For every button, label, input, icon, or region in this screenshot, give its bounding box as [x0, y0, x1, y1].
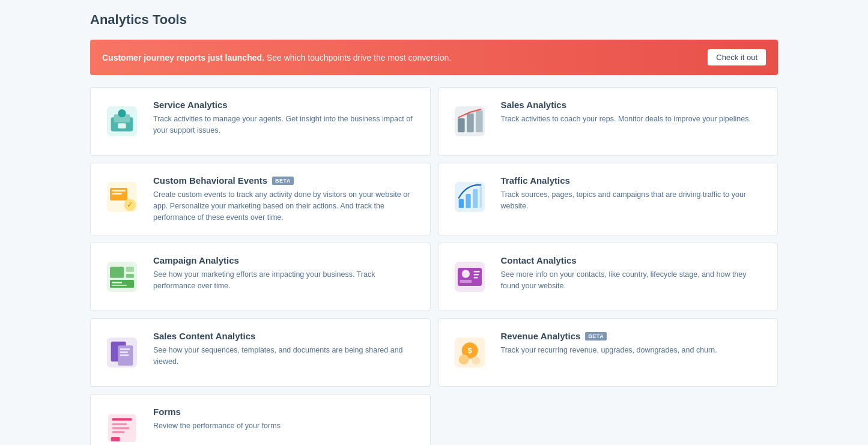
traffic-analytics-title-row: Traffic Analytics — [501, 175, 766, 186]
contact-analytics-icon — [448, 255, 491, 298]
traffic-analytics-icon — [448, 175, 491, 219]
forms-desc: Review the performance of your forms — [153, 420, 418, 432]
traffic-analytics-desc: Track sources, pages, topics and campaig… — [501, 189, 766, 212]
custom-behavioral-events-beta-badge: BETA — [272, 177, 294, 185]
revenue-analytics-title: Revenue Analytics — [501, 331, 581, 341]
service-analytics-desc: Track activities to manage your agents. … — [153, 114, 418, 136]
contact-analytics-desc: See more info on your contacts, like cou… — [501, 269, 766, 292]
custom-behavioral-events-title: Custom Behavioral Events — [153, 175, 267, 186]
svg-point-43 — [458, 355, 469, 365]
announcement-banner: Customer journey reports just launched. … — [90, 40, 778, 75]
sales-content-analytics-icon — [100, 331, 144, 374]
svg-text:$: $ — [467, 346, 472, 355]
custom-behavioral-events-title-row: Custom Behavioral EventsBETA — [153, 175, 418, 186]
sales-analytics-desc: Track activities to coach your reps. Mon… — [501, 114, 766, 125]
forms-row-empty — [438, 394, 778, 445]
sales-content-analytics-body: Sales Content AnalyticsSee how your sequ… — [153, 331, 418, 368]
svg-rect-24 — [110, 280, 134, 288]
svg-rect-48 — [112, 428, 129, 429]
sales-analytics-body: Sales AnalyticsTrack activities to coach… — [501, 100, 766, 125]
svg-rect-28 — [458, 268, 482, 286]
card-traffic-analytics[interactable]: Traffic AnalyticsTrack sources, pages, t… — [438, 163, 778, 235]
sales-analytics-title-row: Sales Analytics — [501, 100, 766, 110]
traffic-analytics-body: Traffic AnalyticsTrack sources, pages, t… — [501, 175, 766, 212]
svg-rect-30 — [460, 280, 472, 283]
forms-body: Forms Review the performance of your for… — [153, 407, 418, 432]
svg-rect-23 — [126, 274, 134, 278]
banner-cta-button[interactable]: Check it out — [708, 49, 766, 65]
svg-rect-26 — [112, 285, 127, 286]
svg-point-29 — [461, 270, 469, 278]
campaign-analytics-desc: See how your marketing efforts are impac… — [153, 269, 418, 292]
sales-analytics-icon — [448, 100, 491, 143]
card-revenue-analytics[interactable]: $ Revenue AnalyticsBETATrack your recurr… — [438, 318, 778, 387]
revenue-analytics-beta-badge: BETA — [585, 332, 607, 341]
revenue-analytics-desc: Track your recurring revenue, upgrades, … — [501, 345, 766, 356]
contact-analytics-title: Contact Analytics — [501, 255, 577, 265]
revenue-analytics-body: Revenue AnalyticsBETATrack your recurrin… — [501, 331, 766, 356]
campaign-analytics-body: Campaign AnalyticsSee how your marketing… — [153, 255, 418, 292]
service-analytics-title-row: Service Analytics — [153, 100, 418, 110]
banner-body: See which touchpoints drive the most con… — [267, 53, 451, 62]
campaign-analytics-title: Campaign Analytics — [153, 255, 239, 265]
service-analytics-body: Service AnalyticsTrack activities to man… — [153, 100, 418, 136]
forms-row: Forms Review the performance of your for… — [90, 394, 778, 445]
revenue-analytics-icon: $ — [448, 331, 491, 374]
svg-rect-22 — [126, 267, 134, 272]
svg-rect-12 — [112, 193, 122, 195]
svg-rect-50 — [111, 437, 120, 441]
forms-icon — [100, 407, 144, 445]
svg-rect-17 — [466, 194, 470, 208]
svg-rect-18 — [473, 189, 478, 208]
svg-rect-25 — [112, 282, 122, 284]
svg-point-3 — [118, 109, 126, 117]
forms-title-row: Forms — [153, 407, 418, 417]
custom-behavioral-events-body: Custom Behavioral EventsBETACreate custo… — [153, 175, 418, 223]
svg-rect-6 — [458, 118, 465, 132]
campaign-analytics-title-row: Campaign Analytics — [153, 255, 418, 265]
sales-content-analytics-title-row: Sales Content Analytics — [153, 331, 418, 341]
card-forms[interactable]: Forms Review the performance of your for… — [90, 394, 431, 445]
analytics-grid: Service AnalyticsTrack activities to man… — [90, 87, 778, 387]
svg-text:✓: ✓ — [127, 201, 133, 208]
card-sales-analytics[interactable]: Sales AnalyticsTrack activities to coach… — [438, 87, 778, 156]
svg-rect-38 — [120, 352, 128, 354]
svg-rect-7 — [467, 114, 474, 133]
svg-rect-49 — [112, 431, 124, 433]
svg-rect-31 — [473, 271, 479, 273]
sales-content-analytics-title: Sales Content Analytics — [153, 331, 255, 341]
custom-behavioral-events-desc: Create custom events to track any activi… — [153, 189, 418, 223]
svg-rect-11 — [112, 190, 126, 192]
svg-rect-37 — [120, 349, 130, 351]
sales-analytics-title: Sales Analytics — [501, 100, 567, 110]
card-campaign-analytics[interactable]: Campaign AnalyticsSee how your marketing… — [90, 243, 431, 311]
revenue-analytics-title-row: Revenue AnalyticsBETA — [501, 331, 766, 341]
card-contact-analytics[interactable]: Contact AnalyticsSee more info on your c… — [438, 243, 778, 311]
svg-rect-46 — [112, 419, 132, 421]
forms-title: Forms — [153, 407, 181, 417]
contact-analytics-title-row: Contact Analytics — [501, 255, 766, 265]
svg-rect-32 — [473, 274, 478, 276]
card-sales-content-analytics[interactable]: Sales Content AnalyticsSee how your sequ… — [90, 318, 431, 387]
svg-rect-39 — [120, 355, 129, 357]
svg-rect-8 — [476, 110, 483, 133]
traffic-analytics-title: Traffic Analytics — [501, 175, 570, 186]
svg-rect-47 — [112, 423, 127, 425]
page-title: Analytics Tools — [90, 12, 778, 28]
sales-content-analytics-desc: See how your sequences, templates, and d… — [153, 345, 418, 368]
service-analytics-icon — [100, 100, 144, 143]
custom-behavioral-events-icon: ✓ — [100, 175, 144, 219]
svg-rect-4 — [118, 123, 126, 128]
card-service-analytics[interactable]: Service AnalyticsTrack activities to man… — [90, 87, 431, 156]
svg-point-44 — [472, 357, 479, 365]
svg-rect-33 — [473, 277, 478, 279]
campaign-analytics-icon — [100, 255, 144, 298]
service-analytics-title: Service Analytics — [153, 100, 228, 110]
contact-analytics-body: Contact AnalyticsSee more info on your c… — [501, 255, 766, 292]
banner-bold: Customer journey reports just launched. — [102, 53, 264, 62]
svg-rect-16 — [458, 199, 463, 208]
svg-rect-19 — [479, 186, 481, 208]
card-custom-behavioral-events[interactable]: ✓ Custom Behavioral EventsBETACreate cus… — [90, 163, 431, 235]
svg-rect-21 — [110, 267, 124, 278]
banner-text: Customer journey reports just launched. … — [102, 53, 451, 62]
